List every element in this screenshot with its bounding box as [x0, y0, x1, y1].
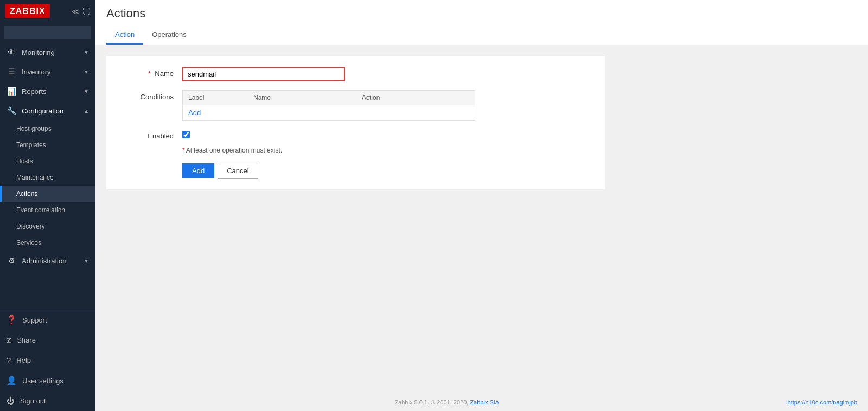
share-icon: Z [7, 336, 11, 345]
sidebar-item-maintenance[interactable]: Maintenance [0, 169, 95, 186]
sidebar-search-container [0, 23, 95, 42]
warning-asterisk: * [182, 147, 185, 154]
content-area: * Name Conditions Label Name Action Add [95, 45, 868, 394]
main-header: Actions Action Operations [95, 0, 868, 45]
sidebar-item-inventory-label: Inventory [22, 68, 50, 76]
sidebar-item-monitoring-label: Monitoring [22, 48, 55, 56]
sidebar-item-hosts[interactable]: Hosts [0, 153, 95, 169]
monitoring-arrow-icon: ▼ [84, 49, 89, 55]
footer-url: https://n10c.com/nagimjpb [788, 399, 857, 406]
nav-section-main: 👁 Monitoring ▼ ☰ Inventory ▼ 📊 Reports ▼… [0, 42, 95, 270]
fullscreen-icon[interactable]: ⛶ [82, 7, 90, 16]
sidebar-item-user-settings[interactable]: 👤 User settings [0, 370, 95, 391]
cancel-button[interactable]: Cancel [218, 163, 258, 179]
sidebar: ZABBIX ≪ ⛶ 👁 Monitoring ▼ ☰ Inventory ▼ … [0, 0, 95, 411]
sidebar-item-services[interactable]: Services [0, 235, 95, 251]
sidebar-item-reports-label: Reports [22, 87, 47, 96]
sidebar-item-templates[interactable]: Templates [0, 137, 95, 153]
page-title: Actions [106, 7, 857, 21]
reports-arrow-icon: ▼ [84, 88, 89, 94]
sidebar-logo: ZABBIX ≪ ⛶ [0, 0, 95, 23]
administration-arrow-icon: ▼ [84, 258, 89, 264]
sidebar-item-administration-label: Administration [22, 257, 66, 265]
conditions-body: Add [183, 105, 475, 120]
sidebar-item-reports[interactable]: 📊 Reports ▼ [0, 81, 95, 101]
sidebar-item-sign-out[interactable]: ⏻ Sign out [0, 391, 95, 411]
sidebar-item-support[interactable]: ❓ Support [0, 309, 95, 330]
inventory-icon: ☰ [7, 67, 16, 76]
sidebar-item-monitoring[interactable]: 👁 Monitoring ▼ [0, 42, 95, 62]
sidebar-item-administration[interactable]: ⚙ Administration ▼ [0, 251, 95, 270]
collapse-icon[interactable]: ≪ [71, 7, 79, 16]
tab-operations[interactable]: Operations [143, 26, 195, 45]
main-content: Actions Action Operations * Name Conditi… [95, 0, 868, 411]
tabs-container: Action Operations [106, 26, 857, 45]
monitoring-icon: 👁 [7, 48, 16, 56]
signout-icon: ⏻ [7, 396, 15, 406]
administration-icon: ⚙ [7, 256, 16, 265]
footer-center: Zabbix 5.0.1. © 2001–2020, Zabbix SIA [394, 399, 499, 406]
name-row: * Name [117, 67, 595, 81]
configuration-icon: 🔧 [7, 106, 16, 115]
conditions-col-label: Label [188, 94, 253, 102]
sidebar-item-configuration-label: Configuration [22, 107, 63, 115]
reports-icon: 📊 [7, 87, 16, 96]
form-card: * Name Conditions Label Name Action Add [106, 56, 605, 189]
user-icon: 👤 [7, 376, 17, 385]
inventory-arrow-icon: ▼ [84, 69, 89, 75]
enabled-checkbox[interactable] [182, 131, 190, 138]
sidebar-item-discovery[interactable]: Discovery [0, 218, 95, 235]
warning-text: *At least one operation must exist. [182, 147, 595, 154]
add-button[interactable]: Add [182, 163, 214, 178]
conditions-table: Label Name Action Add [182, 90, 475, 121]
configuration-arrow-icon: ▲ [84, 108, 89, 114]
conditions-label: Conditions [117, 90, 182, 101]
sidebar-item-share[interactable]: Z Share [0, 330, 95, 350]
sidebar-item-inventory[interactable]: ☰ Inventory ▼ [0, 62, 95, 81]
enabled-row: Enabled [117, 129, 595, 140]
sidebar-logo-controls: ≪ ⛶ [71, 7, 90, 16]
conditions-col-action: Action [362, 94, 469, 102]
name-input[interactable] [182, 67, 345, 81]
conditions-col-name: Name [253, 94, 362, 102]
sidebar-bottom: ❓ Support Z Share ? Help 👤 User settings… [0, 309, 95, 411]
sidebar-item-help[interactable]: ? Help [0, 350, 95, 370]
support-icon: ❓ [7, 315, 17, 325]
sidebar-item-actions[interactable]: Actions [0, 186, 95, 202]
enabled-label: Enabled [117, 129, 182, 140]
conditions-row: Conditions Label Name Action Add [117, 90, 595, 121]
required-asterisk: * [148, 69, 151, 78]
search-input[interactable] [4, 26, 91, 39]
sidebar-item-host-groups[interactable]: Host groups [0, 121, 95, 137]
name-label: * Name [117, 67, 182, 78]
footer-company-link[interactable]: Zabbix SIA [470, 399, 499, 406]
sidebar-item-configuration[interactable]: 🔧 Configuration ▲ [0, 101, 95, 121]
zabbix-logo: ZABBIX [5, 4, 50, 18]
form-buttons: Add Cancel [182, 163, 595, 179]
tab-action[interactable]: Action [106, 26, 143, 45]
footer: Zabbix 5.0.1. © 2001–2020, Zabbix SIA ht… [95, 394, 868, 411]
help-icon: ? [7, 356, 11, 365]
conditions-header: Label Name Action [183, 91, 475, 105]
sidebar-item-event-correlation[interactable]: Event correlation [0, 202, 95, 218]
conditions-add-link[interactable]: Add [188, 109, 201, 117]
